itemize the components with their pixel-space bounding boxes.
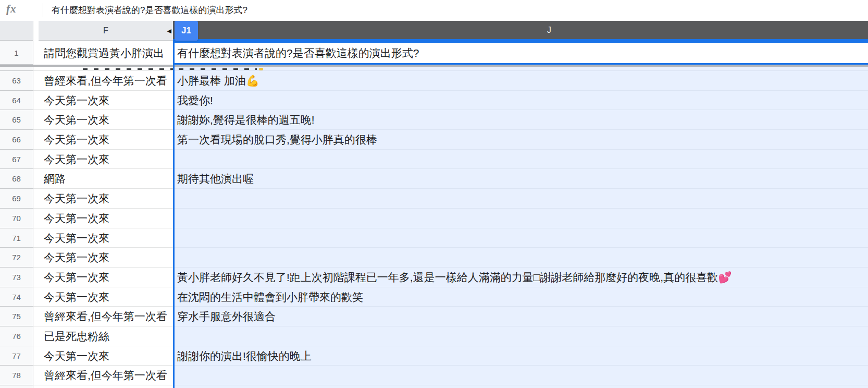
cell-F1[interactable]: 請問您觀賞過黃小胖演出 [33,41,173,65]
sheet-grid: 63曾經來看,但今年第一次看小胖最棒 加油💪64今天第一次來我愛你!65今天第一… [0,71,868,388]
row-header[interactable]: 67 [0,150,33,169]
row-header[interactable]: 75 [0,307,33,326]
cell-column-j[interactable] [173,248,868,268]
row-header[interactable]: 63 [0,71,33,91]
cell-column-f[interactable]: 今天第一次來 [33,268,173,287]
cell-column-f[interactable]: 今天第一次來 [33,189,173,209]
table-row: 76已是死忠粉絲 [0,326,868,346]
formula-bar: fx 有什麼想對表演者說的?是否喜歡這樣的演出形式? [0,0,868,20]
cell-column-j[interactable] [173,385,868,388]
select-all-corner[interactable] [0,21,33,41]
row-header[interactable]: 76 [0,326,33,346]
table-row: 74今天第一次來在沈悶的生活中體會到小胖帶來的歡笑 [0,287,868,307]
cell-column-j[interactable] [173,150,868,169]
cell-J1-active[interactable]: 有什麼想對表演者說的?是否喜歡這樣的演出形式? [173,41,868,65]
cell-column-j[interactable]: 謝謝你的演出!很愉快的晚上 [173,346,868,366]
cell-column-j[interactable]: 在沈悶的生活中體會到小胖帶來的歡笑 [173,287,868,307]
row-header-clipped [0,67,33,71]
table-row: 64今天第一次來我愛你! [0,91,868,111]
clipped-cell-j [173,67,868,71]
cell-column-j[interactable]: 謝謝妳,覺得是很棒的週五晚! [173,110,868,130]
cell-column-j[interactable]: 小胖最棒 加油💪 [173,71,868,91]
row-header[interactable]: 78 [0,366,33,385]
cell-column-j[interactable] [173,366,868,385]
cell-column-j[interactable] [173,209,868,228]
selection-left-border [173,41,175,388]
row-header[interactable]: 66 [0,130,33,150]
column-header-f[interactable]: F ◀ [39,21,173,41]
selected-column-underline [173,39,868,41]
cell-column-f[interactable]: 今天第一次來 [33,228,173,248]
row-header[interactable]: 74 [0,287,33,307]
table-row: 66今天第一次來第一次看現場的脫口秀,覺得小胖真的很棒 [0,130,868,150]
table-row: 68網路期待其他演出喔 [0,169,868,189]
row-header[interactable] [0,385,33,388]
cell-column-f[interactable]: 今天第一次來 [33,150,173,169]
fx-icon: fx [6,3,38,16]
table-row: 65今天第一次來謝謝妳,覺得是很棒的週五晚! [0,110,868,130]
table-row: 78曾經來看,但今年第一次看 [0,366,868,385]
table-row [0,385,868,388]
cell-column-f[interactable]: 曾經來看,但今年第一次看 [33,366,173,385]
table-row: 63曾經來看,但今年第一次看小胖最棒 加油💪 [0,71,868,91]
cell-column-j[interactable]: 穿水手服意外很適合 [173,307,868,326]
cell-column-f[interactable]: 今天第一次來 [33,346,173,366]
cell-column-f[interactable]: 今天第一次來 [33,130,173,150]
row-header[interactable]: 77 [0,346,33,366]
cell-column-f[interactable]: 已是死忠粉絲 [33,326,173,346]
cell-column-j[interactable] [173,228,868,248]
cell-column-f[interactable]: 今天第一次來 [33,209,173,228]
row-header[interactable]: 68 [0,169,33,189]
row-header-1[interactable]: 1 [0,41,33,65]
cell-column-f[interactable]: 今天第一次來 [33,91,173,111]
row-header[interactable]: 70 [0,209,33,228]
row-header[interactable]: 71 [0,228,33,248]
cell-column-j[interactable] [173,326,868,346]
cell-column-f[interactable]: 今天第一次來 [33,248,173,268]
clipped-cell-f [33,67,173,71]
row-header[interactable]: 64 [0,91,33,111]
cell-column-j[interactable]: 黃小胖老師好久不見了!距上次初階課程已一年多,還是一樣給人滿滿的力量□謝謝老師給… [173,268,868,287]
row-header[interactable]: 73 [0,268,33,287]
row-header[interactable]: 65 [0,110,33,130]
cell-reference-badge: J1 [175,21,198,41]
table-row: 72今天第一次來 [0,248,868,268]
formula-bar-divider [43,3,43,17]
table-row: 69今天第一次來 [0,189,868,209]
cell-column-f[interactable]: 網路 [33,169,173,189]
cell-column-j[interactable]: 第一次看現場的脫口秀,覺得小胖真的很棒 [173,130,868,150]
column-header-row: F ◀ J J1 [0,21,868,41]
column-j-label: J [547,21,551,40]
cell-column-f[interactable]: 曾經來看,但今年第一次看 [33,71,173,91]
cell-column-f[interactable]: 曾經來看,但今年第一次看 [33,307,173,326]
cell-column-j[interactable]: 我愛你! [173,91,868,111]
table-row: 73今天第一次來黃小胖老師好久不見了!距上次初階課程已一年多,還是一樣給人滿滿的… [0,268,868,287]
table-row: 67今天第一次來 [0,150,868,169]
cell-column-f[interactable]: 今天第一次來 [33,287,173,307]
row-header[interactable]: 69 [0,189,33,209]
cell-column-j[interactable] [173,189,868,209]
row-header[interactable]: 72 [0,248,33,268]
column-f-label: F [103,26,108,35]
table-row: 71今天第一次來 [0,228,868,248]
cell-column-f[interactable]: 今天第一次來 [33,110,173,130]
clipped-emoji-fragment [259,68,263,70]
partially-visible-row [0,67,868,71]
cell-column-f[interactable] [33,385,173,388]
cell-column-j[interactable]: 期待其他演出喔 [173,169,868,189]
formula-input[interactable]: 有什麼想對表演者說的?是否喜歡這樣的演出形式? [52,4,247,16]
frozen-row-1: 1 請問您觀賞過黃小胖演出 有什麼想對表演者說的?是否喜歡這樣的演出形式? [0,41,868,65]
hidden-columns-left-icon[interactable]: ◀ [167,21,171,41]
column-header-j[interactable]: J [173,21,868,41]
table-row: 70今天第一次來 [0,209,868,228]
table-row: 77今天第一次來謝謝你的演出!很愉快的晚上 [0,346,868,366]
table-row: 75曾經來看,但今年第一次看穿水手服意外很適合 [0,307,868,326]
